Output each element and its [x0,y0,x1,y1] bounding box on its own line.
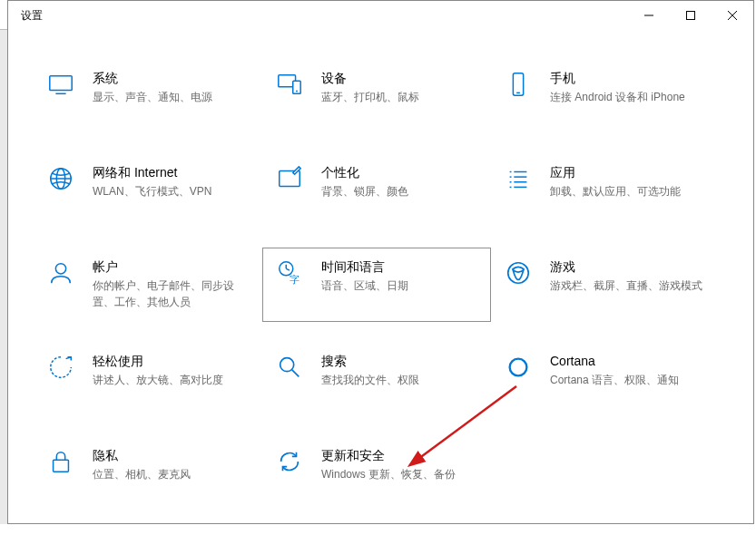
tile-desc: 讲述人、放大镜、高对比度 [93,372,254,388]
tile-desc: WLAN、飞行模式、VPN [93,183,254,199]
tile-gaming[interactable]: 游戏 游戏栏、截屏、直播、游戏模式 [491,248,720,322]
tile-desc: 显示、声音、通知、电源 [93,89,254,105]
tile-title: 应用 [550,163,712,181]
tile-personalization[interactable]: 个性化 背景、锁屏、颜色 [262,153,491,228]
svg-point-8 [296,91,298,92]
tile-desc: Windows 更新、恢复、备份 [321,466,483,482]
system-icon [42,69,80,98]
maximize-button[interactable] [670,1,712,30]
tile-time-language[interactable]: 字 时间和语言 语音、区域、日期 [262,248,491,322]
tile-title: Cortana [550,352,712,370]
accounts-icon [42,258,80,287]
tile-title: 搜索 [321,352,483,370]
tile-desc: Cortana 语言、权限、通知 [550,372,712,388]
svg-point-23 [55,264,65,274]
update-security-icon [270,446,309,475]
svg-line-26 [286,268,290,270]
tile-cortana[interactable]: Cortana Cortana 语言、权限、通知 [491,342,720,416]
personalization-icon [270,163,309,192]
tile-title: 时间和语言 [321,258,483,276]
tile-title: 游戏 [550,258,712,276]
tile-title: 网络和 Internet [93,163,254,181]
svg-rect-9 [513,73,523,95]
phone-icon [499,69,537,98]
gaming-icon [499,258,537,287]
ease-of-access-icon [42,352,80,381]
tile-title: 更新和安全 [321,446,483,464]
tile-title: 轻松使用 [93,352,254,370]
minimize-button[interactable] [628,1,670,30]
tile-title: 个性化 [321,163,483,181]
tile-title: 帐户 [93,258,254,276]
tile-title: 隐私 [93,446,254,464]
apps-icon [499,163,537,192]
tile-system[interactable]: 系统 显示、声音、通知、电源 [34,59,262,133]
tile-desc: 位置、相机、麦克风 [93,466,254,482]
tile-desc: 游戏栏、截屏、直播、游戏模式 [550,277,712,294]
tile-desc: 语音、区域、日期 [321,277,483,294]
svg-rect-32 [54,460,69,472]
titlebar: 设置 [8,1,753,30]
close-button[interactable] [712,1,753,30]
tile-privacy[interactable]: 隐私 位置、相机、麦克风 [34,436,262,511]
tile-search[interactable]: 搜索 查找我的文件、权限 [262,342,491,416]
window-title: 设置 [21,8,43,24]
background-strip [0,29,7,524]
svg-point-31 [510,359,527,376]
settings-window: 设置 系统 显示、声音、通知、电源 [7,0,754,524]
tile-title: 手机 [550,69,712,87]
svg-text:字: 字 [290,274,299,285]
network-icon [42,163,80,192]
tile-desc: 查找我的文件、权限 [321,372,483,388]
tile-desc: 蓝牙、打印机、鼠标 [321,89,483,105]
tile-devices[interactable]: 设备 蓝牙、打印机、鼠标 [262,59,491,133]
tile-title: 系统 [93,69,254,87]
window-buttons [628,1,753,30]
svg-point-29 [280,358,294,372]
cortana-icon [499,352,537,381]
devices-icon [270,69,309,98]
tile-phone[interactable]: 手机 连接 Android 设备和 iPhone [491,59,720,133]
tile-network[interactable]: 网络和 Internet WLAN、飞行模式、VPN [34,153,262,228]
svg-line-30 [292,370,299,377]
tile-desc: 背景、锁屏、颜色 [321,183,483,199]
tile-desc: 连接 Android 设备和 iPhone [550,89,712,105]
privacy-icon [42,446,80,475]
tile-update-security[interactable]: 更新和安全 Windows 更新、恢复、备份 [262,436,491,511]
tile-desc: 卸载、默认应用、可选功能 [550,183,712,199]
settings-grid: 系统 显示、声音、通知、电源 设备 蓝牙、打印机、鼠标 [8,30,753,535]
svg-rect-1 [687,12,695,20]
time-language-icon: 字 [270,258,309,287]
tile-desc: 你的帐户、电子邮件、同步设置、工作、其他人员 [93,277,254,310]
svg-rect-4 [50,76,72,91]
search-icon [270,352,309,381]
tile-apps[interactable]: 应用 卸载、默认应用、可选功能 [491,153,720,228]
tile-ease-of-access[interactable]: 轻松使用 讲述人、放大镜、高对比度 [34,342,262,416]
tile-accounts[interactable]: 帐户 你的帐户、电子邮件、同步设置、工作、其他人员 [34,248,262,322]
tile-title: 设备 [321,69,483,87]
